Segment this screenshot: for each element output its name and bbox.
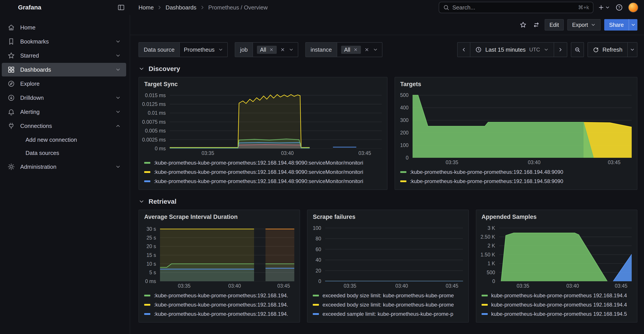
legend-item[interactable]: :kube-prometheus-kube-prome-prometheus:1… (144, 291, 294, 300)
sidebar-item-drilldown[interactable]: Drilldown (2, 91, 126, 104)
sidebar-item-alerting[interactable]: Alerting (2, 105, 126, 119)
sidebar-item-label: Connections (20, 122, 52, 130)
panel-title[interactable]: Appended Samples (476, 210, 637, 221)
remove-value-icon[interactable] (354, 48, 358, 52)
legend-color-marker (144, 304, 150, 306)
panel-targets: Targets 0100200300400500 03:3503:4003:45… (394, 77, 638, 190)
legend-color-marker (482, 313, 488, 315)
share-button[interactable]: Share (604, 19, 628, 30)
edit-button[interactable]: Edit (545, 19, 564, 30)
sidebar-item-label: Dashboards (20, 66, 51, 73)
legend-item[interactable]: exceeded body size limit: kube-prometheu… (313, 291, 463, 300)
legend-item[interactable]: kube-prometheus-kube-prome-prometheus 19… (482, 310, 632, 318)
new-menu-button[interactable] (598, 4, 610, 11)
chevron-up-icon[interactable] (115, 123, 121, 129)
legend-item[interactable]: :kube-prometheus-kube-prome-prometheus:1… (400, 177, 632, 186)
section-retrieval[interactable]: Retrieval (138, 198, 638, 205)
plot-area[interactable] (325, 225, 463, 281)
plot-area[interactable] (160, 225, 294, 281)
panel-title[interactable]: Average Scrape Interval Duration (139, 210, 300, 221)
plot-area[interactable] (412, 92, 632, 158)
plot-area[interactable] (499, 225, 632, 281)
refresh-interval-caret[interactable] (628, 42, 638, 57)
target-sync-chart[interactable]: 0 ms0.0025 ms0.005 ms0.0075 ms0.01 ms0.0… (142, 92, 382, 156)
scrape-failures-chart[interactable]: 020406080100 03:3503:4003:45 (310, 225, 463, 289)
chevron-down-icon[interactable] (115, 67, 121, 72)
view-mode-button[interactable] (532, 20, 541, 30)
help-button[interactable] (616, 4, 623, 11)
legend-color-marker (144, 171, 150, 173)
legend-item[interactable]: :kube-prometheus-kube-prome-prometheus:1… (144, 300, 294, 310)
legend-color-marker (144, 313, 150, 315)
search-input[interactable]: Search... ⌘+k (439, 2, 594, 13)
chevron-down-icon[interactable] (115, 95, 121, 101)
legend-label: exceeded body size limit: kube-prometheu… (322, 302, 454, 308)
time-range-picker[interactable]: Last 15 minutes UTC (470, 42, 554, 57)
section-discovery[interactable]: Discovery (138, 65, 638, 72)
chevron-down-icon[interactable] (115, 53, 121, 58)
legend-item[interactable]: :kube-prometheus-kube-prome-prometheus:1… (144, 177, 382, 186)
sidebar-item-dashboards[interactable]: Dashboards (2, 63, 126, 76)
user-avatar[interactable] (628, 2, 638, 12)
instance-select[interactable]: All (337, 42, 382, 57)
panel-title[interactable]: Target Sync (139, 77, 387, 88)
legend-item[interactable]: :kube-prometheus-kube-prome-prometheus:1… (144, 168, 382, 177)
legend-item[interactable]: kube-prometheus-kube-prome-prometheus 19… (482, 300, 632, 310)
grafana-logo-icon[interactable] (5, 3, 14, 12)
targets-chart[interactable]: 0100200300400500 03:3503:4003:45 (398, 92, 632, 165)
export-button[interactable]: Export (567, 19, 601, 30)
panel-appended-samples: Appended Samples 05001 K1.50 K2 K2.50 K3… (476, 210, 638, 322)
dock-menu-icon[interactable] (117, 4, 125, 11)
clear-icon[interactable] (280, 47, 285, 52)
legend-item[interactable]: :kube-prometheus-kube-prome-prometheus:1… (144, 310, 294, 318)
plot-area[interactable] (170, 92, 382, 148)
chevron-down-icon (138, 66, 145, 72)
sidebar-item-add-new-connection[interactable]: Add new connection (2, 133, 126, 146)
appended-samples-chart[interactable]: 05001 K1.50 K2 K2.50 K3 K 03:3503:4003:4… (479, 225, 632, 289)
remove-value-icon[interactable] (269, 48, 274, 52)
sidebar-item-data-sources[interactable]: Data sources (2, 146, 126, 160)
time-shift-back-button[interactable] (457, 42, 470, 57)
sidebar-item-explore[interactable]: Explore (2, 77, 126, 90)
breadcrumb-current: Prometheus / Overview (208, 4, 268, 11)
compass-icon (8, 80, 15, 88)
instance-value-chip[interactable]: All (341, 46, 361, 54)
share-menu-caret[interactable] (628, 19, 638, 30)
legend-item[interactable]: :kube-prometheus-kube-prome-prometheus:1… (400, 168, 632, 177)
section-title: Discovery (148, 65, 180, 72)
x-axis-labels: 03:3503:4003:45 (412, 158, 632, 165)
breadcrumb-dashboards[interactable]: Dashboards (166, 4, 196, 11)
datasource-select[interactable]: Prometheus (179, 42, 228, 57)
x-axis-labels: 03:3503:4003:45 (160, 281, 294, 289)
favorite-star-button[interactable] (518, 20, 528, 30)
legend-item[interactable]: :kube-prometheus-kube-prome-prometheus:1… (144, 158, 382, 168)
legend-item[interactable]: kube-prometheus-kube-prome-prometheus 19… (482, 291, 632, 300)
chevron-down-icon[interactable] (115, 39, 121, 44)
sidebar-item-home[interactable]: Home (2, 21, 126, 34)
sidebar-item-connections[interactable]: Connections (2, 119, 126, 133)
panel-title[interactable]: Targets (395, 77, 637, 88)
breadcrumb-home[interactable]: Home (138, 4, 154, 11)
chevron-down-icon (218, 47, 223, 52)
legend-color-marker (313, 313, 319, 315)
drilldown-icon (8, 94, 15, 102)
job-value-chip[interactable]: All (257, 46, 277, 54)
refresh-button[interactable]: Refresh (588, 42, 628, 57)
job-select[interactable]: All (252, 42, 298, 57)
sidebar-item-administration[interactable]: Administration (2, 160, 126, 174)
chevron-down-icon[interactable] (115, 164, 121, 170)
legend-item[interactable]: exceeded body size limit: kube-prometheu… (313, 300, 463, 310)
zoom-out-time-button[interactable] (571, 42, 584, 57)
panel-target-sync: Target Sync 0 ms0.0025 ms0.005 ms0.0075 … (138, 77, 388, 190)
sidebar-item-bookmarks[interactable]: Bookmarks (2, 35, 126, 48)
avg-scrape-chart[interactable]: 0 ms5 s10 s15 s20 s25 s30 s 03:3503:4003… (142, 225, 294, 289)
panel-title[interactable]: Scrape failures (308, 210, 468, 221)
job-label: job (235, 42, 252, 57)
sidebar-item-starred[interactable]: Starred (2, 49, 126, 62)
time-shift-forward-button[interactable] (554, 42, 567, 57)
legend-color-marker (400, 171, 406, 173)
legend-item[interactable]: exceeded sample limit: kube-prometheus-k… (313, 310, 463, 318)
chevron-down-icon[interactable] (115, 109, 121, 115)
clear-icon[interactable] (364, 47, 369, 52)
y-axis-labels: 020406080100 (310, 225, 325, 281)
